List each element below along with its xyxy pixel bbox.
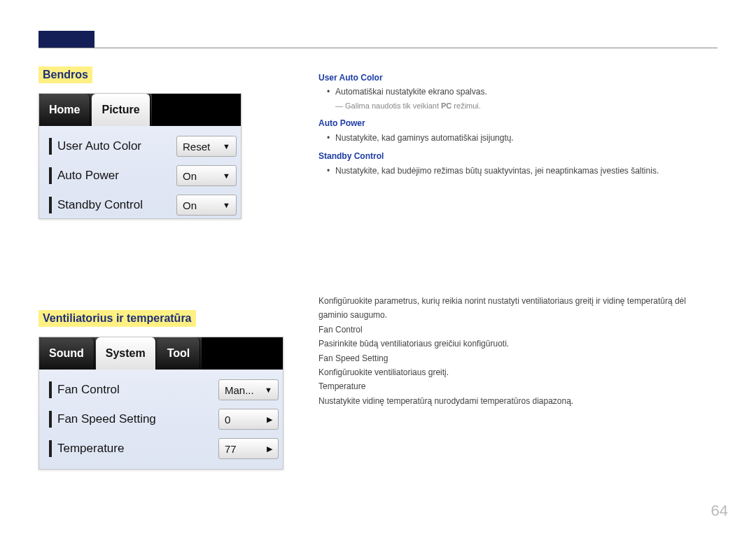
row-temperature: Temperature 77 ▶ [43,434,279,463]
screenshot-general: Home Picture User Auto Color Reset ▼ Aut… [38,93,241,219]
tabs-fan-temp: Sound System Tool [39,337,283,370]
section-title-general: Bendros [38,66,92,83]
select-auto-power[interactable]: On ▼ [176,165,237,186]
row-fan-speed: Fan Speed Setting 0 ▶ [43,405,279,434]
row-indicator-icon [49,381,52,398]
tab-tool[interactable]: Tool [158,337,201,370]
tab-sound[interactable]: Sound [39,337,94,370]
select-fan-control[interactable]: Man... ▼ [218,379,279,400]
heading-temperature: Temperature [318,379,718,393]
tab-home[interactable]: Home [39,94,90,126]
select-value: Reset [183,141,210,153]
section-title-fan-temp: Ventiliatorius ir temperatūra [38,310,196,327]
stepper-value: 0 [225,414,230,426]
tab-picture[interactable]: Picture [92,94,150,126]
heading-auto-power: Auto Power [318,116,718,130]
row-fan-control: Fan Control Man... ▼ [43,375,279,405]
tab-system[interactable]: System [96,337,156,370]
text-user-auto-color: Automatiškai nustatykite ekrano spalvas. [318,85,718,99]
text-fan-speed: Konfigūruokite ventiliatoriaus greitį. [318,365,718,379]
select-user-auto-color[interactable]: Reset ▼ [176,136,237,157]
stepper-temperature[interactable]: 77 ▶ [218,438,279,459]
chevron-right-icon: ▶ [267,415,272,424]
screenshot-fan-temp: Sound System Tool Fan Control Man... ▼ F… [38,337,284,470]
description-fan-temp: Konfigūruokite parametrus, kurių reikia … [318,294,718,408]
row-indicator-icon [49,197,52,213]
row-standby-control: Standby Control On ▼ [43,190,237,220]
select-value: Man... [225,384,254,396]
chevron-down-icon: ▼ [265,386,272,394]
header-rule [38,48,718,48]
tab-gap [202,337,283,370]
page-number: 64 [711,502,728,520]
row-indicator-icon [49,138,52,155]
stepper-value: 77 [225,443,237,455]
note-user-auto-color: ― Galima naudotis tik veikiant PC režimu… [318,99,718,113]
description-general: User Auto Color Automatiškai nustatykite… [318,66,718,178]
row-user-auto-color: User Auto Color Reset ▼ [43,132,237,161]
settings-list-fan-temp: Fan Control Man... ▼ Fan Speed Setting 0… [39,370,283,469]
row-label-user-auto-color: User Auto Color [57,139,176,153]
row-label-standby-control: Standby Control [57,198,176,212]
text-auto-power: Nustatykite, kad gaminys automatiškai įs… [318,131,718,145]
text-temperature: Nustatykite vidinę temperatūrą nurodydam… [318,394,718,408]
heading-user-auto-color: User Auto Color [318,71,718,85]
heading-fan-speed: Fan Speed Setting [318,351,718,365]
select-value: On [183,170,197,182]
row-auto-power: Auto Power On ▼ [43,161,237,190]
row-label-auto-power: Auto Power [57,169,176,183]
chevron-down-icon: ▼ [223,142,230,150]
settings-list-general: User Auto Color Reset ▼ Auto Power On ▼ … [39,126,241,225]
text-standby-control: Nustatykite, kad budėjimo režimas būtų s… [318,164,718,178]
tab-gap [152,94,241,126]
tabs-general: Home Picture [39,94,241,126]
heading-fan-control: Fan Control [318,323,718,337]
text-intro-fan-temp: Konfigūruokite parametrus, kurių reikia … [318,294,718,323]
heading-standby-control: Standby Control [318,149,718,163]
row-label-fan-speed: Fan Speed Setting [57,412,218,426]
chevron-right-icon: ▶ [267,444,272,454]
text-fan-control: Pasirinkite būdą ventiliatoriaus greičiu… [318,337,718,351]
stepper-fan-speed[interactable]: 0 ▶ [218,409,279,430]
row-label-temperature: Temperature [57,442,218,456]
row-indicator-icon [49,167,52,184]
row-indicator-icon [49,440,52,457]
header-accent [38,31,94,48]
select-standby-control[interactable]: On ▼ [176,195,237,216]
row-indicator-icon [49,411,52,428]
chevron-down-icon: ▼ [223,171,230,180]
select-value: On [183,199,197,211]
chevron-down-icon: ▼ [223,201,230,209]
row-label-fan-control: Fan Control [57,383,218,397]
